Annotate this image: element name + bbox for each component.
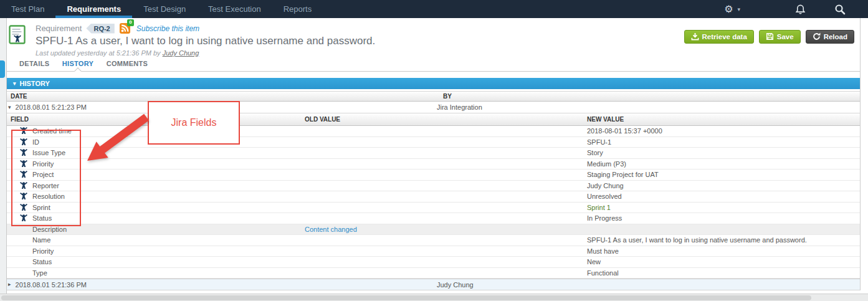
history-entry-row[interactable]: ▸ 2018.08.01 5:21:36 PM Judy Chung [7, 279, 860, 290]
new-value-cell: Unresolved [582, 191, 860, 202]
entry-date: 2018.08.01 5:21:36 PM [16, 281, 87, 289]
tab-comments[interactable]: COMMENTS [107, 56, 148, 71]
old-value-cell [295, 159, 582, 170]
detail-tabs: DETAILS HISTORY COMMENTS [7, 56, 860, 72]
new-value-cell: In Progress [582, 213, 860, 224]
new-value-cell: Must have [582, 246, 860, 257]
jira-field-icon [20, 204, 27, 211]
changes-table-header: FIELD OLD VALUE NEW VALUE [7, 113, 860, 126]
change-row: StatusNew [7, 257, 860, 268]
new-value-cell: New [582, 257, 860, 267]
column-header-new-value: NEW VALUE [582, 113, 860, 126]
field-name-cell: Priority [7, 246, 295, 257]
nav-item-test-execution[interactable]: Test Execution [197, 0, 272, 18]
field-name: Reporter [32, 181, 59, 191]
jira-field-icon [20, 182, 27, 189]
new-value-cell: 2018-08-01 15:37 +0000 [582, 126, 860, 136]
old-value-cell [295, 148, 582, 158]
field-name: Sprint [32, 203, 50, 213]
horizontal-scrollbar[interactable] [0, 294, 868, 301]
retrieve-data-button[interactable]: Retrieve data [684, 30, 754, 44]
content-changed-link[interactable]: Content changed [305, 226, 357, 233]
panel-toggle-handle[interactable] [0, 60, 5, 78]
nav-item-reports[interactable]: Reports [272, 0, 323, 18]
old-value-cell [295, 246, 582, 257]
left-panel-splitter [0, 18, 7, 301]
change-row: DescriptionContent changed [7, 224, 860, 236]
save-button[interactable]: Save [759, 30, 801, 44]
field-name: Status [32, 257, 52, 267]
retrieve-data-label: Retrieve data [702, 33, 747, 41]
entry-by: Jira Integration [436, 102, 860, 113]
nav-item-requirements[interactable]: Requirements [55, 0, 132, 18]
save-label: Save [777, 33, 794, 41]
download-icon [691, 32, 699, 41]
search-icon [834, 4, 846, 15]
change-row: ProjectStaging Project for UAT [7, 170, 860, 181]
field-name-cell: Resolution [7, 191, 295, 202]
field-name: Description [32, 224, 67, 235]
bell-icon [795, 4, 806, 15]
new-value-cell [582, 224, 860, 235]
subscribe-link[interactable]: Subscribe this item [136, 24, 199, 33]
old-value-cell [295, 268, 582, 279]
change-row: StatusIn Progress [7, 213, 860, 224]
requirement-id-badge: RQ-2 [86, 24, 114, 34]
jira-field-icon [20, 214, 27, 222]
notifications-button[interactable] [795, 4, 806, 15]
history-entry-row[interactable]: ▾ 2018.08.01 5:21:23 PM Jira Integration [7, 102, 860, 113]
change-row: PriorityMust have [7, 246, 860, 257]
scrollbar-thumb[interactable] [1, 295, 811, 300]
rss-subscribe-button[interactable]: 0 [120, 23, 130, 34]
history-table-header: DATE BY [7, 91, 860, 102]
old-value-cell [295, 191, 582, 202]
field-name: Project [32, 170, 54, 180]
settings-menu[interactable]: ⚙ ▾ [724, 4, 740, 14]
reload-button[interactable]: Reload [806, 30, 854, 44]
field-name: Issue Type [32, 148, 65, 158]
nav-item-test-design[interactable]: Test Design [132, 0, 197, 18]
chevron-down-icon: ▾ [737, 6, 740, 12]
gear-icon: ⚙ [724, 4, 733, 14]
new-value-cell: SPFU-1 [582, 137, 860, 148]
jira-field-icon [20, 138, 27, 146]
field-name-cell: Reporter [7, 181, 295, 191]
entry-date: 2018.08.01 5:21:23 PM [16, 103, 87, 111]
field-name: Priority [32, 159, 54, 170]
change-row: SprintSprint 1 [7, 203, 860, 214]
change-row: NameSPFU-1 As a user, I want to log in u… [7, 235, 860, 246]
change-row: IDSPFU-1 [7, 137, 860, 148]
history-panel-header[interactable]: ▾ HISTORY [7, 78, 860, 89]
old-value-cell [295, 235, 582, 246]
old-value-cell [295, 213, 582, 224]
expander-icon[interactable]: ▸ [8, 282, 11, 287]
new-value-cell: Functional [582, 268, 860, 279]
expander-icon[interactable]: ▾ [8, 105, 11, 110]
search-button[interactable] [834, 4, 846, 15]
jira-field-icon [20, 127, 27, 135]
old-value-cell [295, 257, 582, 267]
field-name-cell: Issue Type [7, 148, 295, 158]
tab-history[interactable]: HISTORY [62, 56, 93, 71]
collapse-panel-icon: ▾ [13, 81, 16, 87]
nav-item-test-plan[interactable]: Test Plan [0, 0, 55, 18]
refresh-icon [813, 32, 821, 41]
history-panel: ▾ HISTORY DATE BY ▾ 2018.08.01 5:21:23 P… [7, 78, 860, 290]
old-value-cell [295, 137, 582, 148]
change-row: TypeFunctional [7, 268, 860, 279]
requirement-header: Requirement RQ-2 0 Subscribe this item S… [7, 18, 860, 56]
rss-count-badge: 0 [127, 19, 133, 26]
jira-field-icon [20, 149, 27, 156]
nav-right-icons: ⚙ ▾ [724, 0, 868, 18]
field-name: Created time [32, 126, 72, 136]
field-name: Status [32, 213, 52, 224]
new-value-cell: Staging Project for UAT [582, 170, 860, 180]
tab-details[interactable]: DETAILS [19, 56, 49, 71]
change-row: PriorityMedium (P3) [7, 159, 860, 170]
history-panel-title: HISTORY [20, 78, 50, 89]
field-name-cell: Name [7, 235, 295, 246]
field-name: ID [32, 137, 39, 148]
old-value-cell [295, 126, 582, 136]
column-header-date: DATE [7, 92, 436, 101]
field-name-cell: Status [7, 257, 295, 267]
